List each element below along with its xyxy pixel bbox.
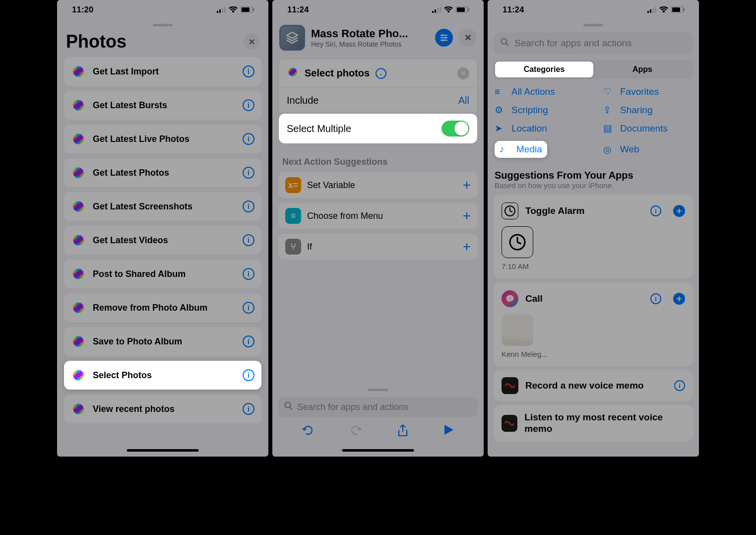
- suggestion-listen-memo[interactable]: Listen to my most recent voice memo: [494, 405, 693, 442]
- alarm-thumbnail[interactable]: [502, 226, 533, 258]
- info-button[interactable]: i: [243, 133, 254, 145]
- expand-icon[interactable]: ⌄: [376, 68, 386, 79]
- close-button[interactable]: ✕: [244, 34, 259, 50]
- add-suggestion-button[interactable]: +: [463, 177, 471, 193]
- sheet-handle[interactable]: [153, 24, 173, 26]
- action-item[interactable]: Get Latest Videos i: [64, 226, 261, 255]
- category-media[interactable]: ♪ Media: [495, 141, 547, 158]
- include-value[interactable]: All: [458, 95, 469, 106]
- category-scripting[interactable]: ⚙ Scripting: [495, 104, 583, 116]
- include-row[interactable]: Include All: [279, 88, 477, 114]
- svg-rect-0: [217, 11, 218, 13]
- photos-app-icon: [71, 98, 86, 113]
- add-button[interactable]: +: [673, 293, 685, 305]
- info-button[interactable]: i: [243, 403, 254, 415]
- category-all-actions[interactable]: ≡ All Actions: [495, 86, 583, 97]
- action-item[interactable]: Post to Shared Album i: [64, 260, 261, 288]
- category-documents[interactable]: ▤ Documents: [603, 123, 692, 134]
- info-button[interactable]: i: [243, 66, 254, 77]
- shortcut-title[interactable]: Mass Rotate Pho...: [311, 27, 429, 40]
- search-field[interactable]: Search for apps and actions: [278, 397, 478, 417]
- action-card: Select photos ⌄ ✕ Include All Select Mul…: [278, 59, 478, 144]
- action-item[interactable]: Remove from Photo Album i: [64, 293, 261, 322]
- suggestion-toggle-alarm[interactable]: Toggle Alarm i + 7:10 AM: [494, 195, 693, 278]
- screenshot-1: 11:20 Photos ✕: [57, 0, 268, 457]
- suggestion-item[interactable]: ≡ Choose from Menu +: [278, 203, 478, 229]
- info-button[interactable]: i: [243, 268, 254, 280]
- remove-action-button[interactable]: ✕: [457, 67, 469, 79]
- sheet-handle[interactable]: [583, 24, 603, 26]
- info-button[interactable]: i: [243, 201, 254, 212]
- category-icon: ♡: [603, 86, 614, 97]
- category-label: Sharing: [620, 105, 653, 116]
- add-suggestion-button[interactable]: +: [463, 239, 471, 255]
- category-icon: ⇪: [603, 104, 614, 116]
- category-sharing[interactable]: ⇪ Sharing: [603, 104, 692, 116]
- action-item[interactable]: Get Latest Bursts i: [64, 91, 261, 120]
- voice-memos-icon: [502, 415, 517, 432]
- wifi-icon: [659, 6, 668, 14]
- action-label: Post to Shared Album: [93, 269, 186, 279]
- action-label: Remove from Photo Album: [93, 303, 207, 313]
- action-item[interactable]: Select Photos i: [64, 361, 261, 390]
- suggestion-title: Record a new voice memo: [525, 380, 644, 391]
- suggestion-call[interactable]: Call i + Kenn Meleg...: [494, 282, 693, 366]
- svg-rect-97: [684, 8, 685, 11]
- add-button[interactable]: +: [673, 205, 685, 217]
- drawer-handle[interactable]: [368, 389, 388, 391]
- category-location[interactable]: ➤ Location: [495, 123, 583, 134]
- action-title-row[interactable]: Select photos ⌄ ✕: [279, 59, 477, 88]
- shortcut-icon[interactable]: [279, 25, 305, 51]
- settings-button[interactable]: [435, 29, 453, 47]
- svg-rect-96: [672, 7, 680, 12]
- play-button[interactable]: [443, 424, 454, 441]
- close-button[interactable]: ✕: [459, 29, 477, 47]
- info-button[interactable]: i: [243, 369, 254, 381]
- section-title: Suggestions From Your Apps: [495, 170, 692, 181]
- add-suggestion-button[interactable]: +: [463, 208, 471, 224]
- contact-photo[interactable]: [502, 314, 533, 346]
- tab-categories[interactable]: Categories: [495, 62, 593, 77]
- suggestions-header: Suggestions From Your Apps Based on how …: [488, 170, 699, 190]
- undo-button[interactable]: [302, 424, 315, 441]
- svg-rect-6: [253, 8, 254, 11]
- info-button[interactable]: i: [243, 335, 254, 347]
- action-item[interactable]: Save to Photo Album i: [64, 327, 261, 356]
- svg-rect-79: [468, 8, 469, 11]
- suggestion-item[interactable]: x= Set Variable +: [278, 172, 478, 198]
- info-button[interactable]: i: [243, 99, 254, 111]
- info-button[interactable]: i: [650, 293, 661, 304]
- action-item[interactable]: Get Last Import i: [64, 57, 261, 86]
- home-indicator[interactable]: [342, 449, 414, 452]
- share-button[interactable]: [397, 424, 409, 441]
- play-icon: [443, 424, 454, 436]
- category-web[interactable]: ◎ Web: [603, 141, 692, 158]
- category-label: Location: [511, 123, 547, 134]
- battery-icon: [671, 6, 685, 14]
- search-field[interactable]: Search for apps and actions: [494, 32, 693, 54]
- category-label: Documents: [620, 123, 668, 134]
- action-item[interactable]: Get Latest Live Photos i: [64, 125, 261, 153]
- share-icon: [397, 424, 409, 438]
- signal-icon: [432, 6, 441, 14]
- category-favorites[interactable]: ♡ Favorites: [603, 86, 692, 97]
- action-item[interactable]: Get Latest Screenshots i: [64, 192, 261, 221]
- select-multiple-toggle[interactable]: [441, 121, 469, 136]
- info-button[interactable]: i: [243, 302, 254, 314]
- redo-button[interactable]: [349, 424, 362, 441]
- action-item[interactable]: Get Latest Photos i: [64, 158, 261, 187]
- svg-rect-78: [457, 7, 465, 12]
- action-item[interactable]: View recent photos i: [64, 395, 261, 423]
- tab-apps[interactable]: Apps: [593, 62, 692, 77]
- suggestion-item[interactable]: ⑂ If +: [278, 234, 478, 260]
- category-icon: ⚙: [495, 104, 505, 116]
- suggestion-record-memo[interactable]: Record a new voice memo i: [494, 370, 693, 401]
- svg-rect-92: [650, 9, 651, 13]
- svg-rect-94: [655, 7, 656, 13]
- info-button[interactable]: i: [674, 380, 685, 391]
- info-button[interactable]: i: [650, 205, 661, 216]
- action-label: Select Photos: [93, 370, 152, 381]
- info-button[interactable]: i: [243, 167, 254, 179]
- home-indicator[interactable]: [127, 449, 199, 452]
- info-button[interactable]: i: [243, 234, 254, 246]
